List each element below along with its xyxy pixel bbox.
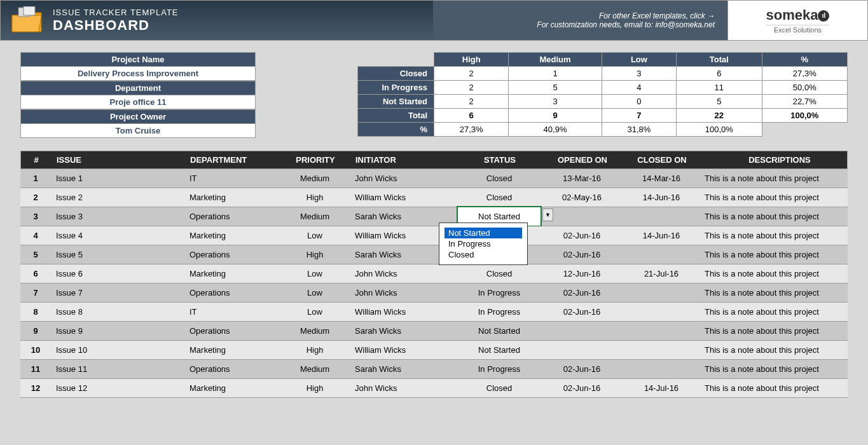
row-dept[interactable]: Marketing [184,188,280,207]
row-initiator[interactable]: John Wicks [350,379,458,397]
row-num[interactable]: 8 [20,303,51,321]
row-opened[interactable]: 02-Jun-16 [541,303,623,321]
row-num[interactable]: 10 [20,341,51,359]
project-owner-value[interactable]: Tom Cruise [20,124,256,138]
row-opened[interactable]: 13-Mar-16 [541,169,623,188]
row-initiator[interactable]: William Wicks [350,303,458,321]
row-desc[interactable]: This is a note about this project [699,188,858,207]
row-status[interactable]: In Progress [458,303,541,321]
logo-area[interactable]: somekaıl Excel Solutions [727,1,867,40]
row-desc[interactable]: This is a note about this project [699,322,858,340]
row-priority[interactable]: Low [280,264,350,283]
row-issue[interactable]: Issue 7 [51,284,184,302]
row-issue[interactable]: Issue 5 [51,245,184,264]
row-dept[interactable]: Marketing [184,264,280,283]
row-issue[interactable]: Issue 12 [51,379,184,397]
row-priority[interactable]: High [280,341,350,359]
row-status[interactable]: Closed [458,188,541,207]
row-num[interactable]: 1 [20,169,51,188]
row-priority[interactable]: Low [280,303,350,321]
row-priority[interactable]: Medium [280,322,350,340]
row-opened[interactable]: 02-May-16 [541,188,623,207]
row-initiator[interactable]: Sarah Wicks [350,360,458,378]
row-opened[interactable]: 12-Jun-16 [541,264,623,283]
row-desc[interactable]: This is a note about this project [699,264,858,283]
row-dept[interactable]: Marketing [184,341,280,359]
row-priority[interactable]: High [280,245,350,264]
row-dept[interactable]: Operations [184,245,280,264]
row-num[interactable]: 3 [20,207,51,226]
row-num[interactable]: 9 [20,322,51,340]
row-status[interactable]: Closed [458,379,541,397]
row-initiator[interactable]: John Wicks [350,284,458,302]
table-row[interactable]: 4Issue 4MarketingLowWilliam Wicks02-Jun-… [20,226,848,245]
row-issue[interactable]: Issue 11 [51,360,184,378]
row-closed[interactable] [623,322,699,340]
dropdown-arrow-icon[interactable]: ▼ [542,209,553,221]
row-dept[interactable]: Operations [184,360,280,378]
row-initiator[interactable]: William Wicks [350,341,458,359]
row-closed[interactable]: 14-Jul-16 [623,379,699,397]
row-priority[interactable]: Medium [280,169,350,188]
row-closed[interactable] [623,360,699,378]
row-priority[interactable]: High [280,379,350,397]
row-desc[interactable]: This is a note about this project [699,341,858,359]
row-opened[interactable]: 02-Jun-16 [541,360,623,378]
row-opened[interactable]: 02-Jun-16 [541,226,623,245]
dropdown-option[interactable]: In Progress [444,238,522,249]
row-status[interactable]: In Progress [458,360,541,378]
table-row[interactable]: 11Issue 11OperationsMediumSarah WicksIn … [20,360,848,379]
row-desc[interactable]: This is a note about this project [699,226,858,245]
row-issue[interactable]: Issue 6 [51,264,184,283]
row-priority[interactable]: Medium [280,360,350,378]
row-desc[interactable]: This is a note about this project [699,169,858,188]
table-row[interactable]: 3Issue 3OperationsMediumSarah WicksNot S… [20,207,848,226]
row-dept[interactable]: Marketing [184,226,280,245]
row-closed[interactable] [623,341,699,359]
row-closed[interactable]: 21-Jul-16 [623,264,699,283]
row-dept[interactable]: Marketing [184,379,280,397]
row-num[interactable]: 4 [20,226,51,245]
row-initiator[interactable]: William Wicks [350,188,458,207]
row-opened[interactable]: 02-Jun-16 [541,284,623,302]
row-dept[interactable]: Operations [184,322,280,340]
row-initiator[interactable]: Sarah Wicks [350,322,458,340]
row-issue[interactable]: Issue 1 [51,169,184,188]
row-opened[interactable] [541,341,623,359]
row-issue[interactable]: Issue 8 [51,303,184,321]
status-dropdown[interactable]: Not StartedIn ProgressClosed [439,222,528,265]
row-closed[interactable] [623,245,699,264]
row-dept[interactable]: IT [184,303,280,321]
row-closed[interactable] [623,284,699,302]
row-dept[interactable]: IT [184,169,280,188]
row-status[interactable]: In Progress [458,284,541,302]
row-num[interactable]: 11 [20,360,51,378]
row-issue[interactable]: Issue 3 [51,207,184,226]
row-num[interactable]: 6 [20,264,51,283]
table-row[interactable]: 1Issue 1ITMediumJohn WicksClosed13-Mar-1… [20,169,848,188]
row-dept[interactable]: Operations [184,284,280,302]
row-priority[interactable]: High [280,188,350,207]
row-num[interactable]: 7 [20,284,51,302]
row-closed[interactable] [623,207,699,226]
row-issue[interactable]: Issue 4 [51,226,184,245]
row-priority[interactable]: Low [280,284,350,302]
row-closed[interactable]: 14-Jun-16 [623,226,699,245]
row-opened[interactable] [541,322,623,340]
department-value[interactable]: Proje office 11 [20,95,256,109]
row-status[interactable]: Closed [458,264,541,283]
table-row[interactable]: 9Issue 9OperationsMediumSarah WicksNot S… [20,322,848,341]
row-initiator[interactable]: John Wicks [350,169,458,188]
row-desc[interactable]: This is a note about this project [699,207,858,226]
row-desc[interactable]: This is a note about this project [699,303,858,321]
row-num[interactable]: 12 [20,379,51,397]
row-closed[interactable]: 14-Jun-16 [623,188,699,207]
row-desc[interactable]: This is a note about this project [699,284,858,302]
table-row[interactable]: 2Issue 2MarketingHighWilliam WicksClosed… [20,188,848,207]
project-name-value[interactable]: Delivery Process Improvement [20,67,256,81]
row-desc[interactable]: This is a note about this project [699,360,858,378]
row-closed[interactable] [623,303,699,321]
row-opened[interactable]: 02-Jun-16 [541,245,623,264]
table-row[interactable]: 6Issue 6MarketingLowJohn WicksClosed12-J… [20,264,848,284]
dropdown-option[interactable]: Closed [444,249,522,260]
